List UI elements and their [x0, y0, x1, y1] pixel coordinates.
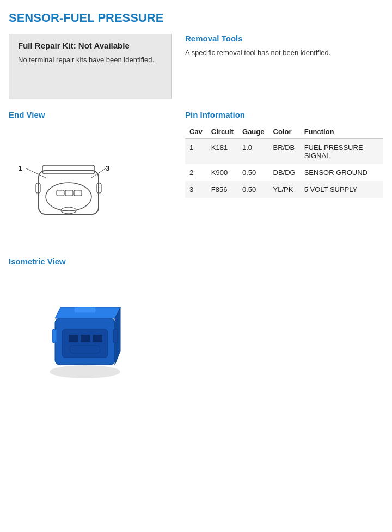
pin-table: Cav Circuit Gauge Color Function 1K1811.…: [185, 125, 383, 198]
svg-rect-22: [52, 329, 57, 343]
cell-circuit: F856: [207, 181, 238, 198]
pin-info-panel: Pin Information Cav Circuit Gauge Color …: [185, 110, 383, 235]
page-title: SENSOR-FUEL PRESSURE: [9, 11, 383, 25]
svg-point-13: [50, 365, 120, 378]
table-row: 3F8560.50YL/PK5 VOLT SUPPLY: [185, 181, 383, 198]
isometric-diagram: [30, 275, 139, 384]
removal-tools-title: Removal Tools: [185, 34, 383, 43]
svg-rect-18: [69, 335, 78, 342]
col-cav: Cav: [185, 125, 207, 139]
cell-function: FUEL PRESSURE SIGNAL: [300, 139, 383, 165]
cell-cav: 2: [185, 164, 207, 181]
svg-rect-5: [42, 165, 95, 174]
svg-rect-23: [113, 329, 118, 343]
isometric-title: Isometric View: [9, 257, 383, 266]
removal-tools-body: A specific removal tool has not been ide…: [185, 47, 383, 58]
svg-point-6: [46, 183, 91, 211]
svg-text:3: 3: [106, 164, 109, 172]
col-circuit: Circuit: [207, 125, 238, 139]
svg-rect-21: [70, 346, 100, 353]
svg-rect-7: [57, 190, 64, 196]
pin-info-title: Pin Information: [185, 110, 383, 119]
removal-tools-section: Removal Tools A specific removal tool ha…: [185, 34, 383, 99]
cell-function: SENSOR GROUND: [300, 164, 383, 181]
repair-kit-box: Full Repair Kit: Not Available No termin…: [9, 34, 172, 99]
svg-rect-4: [39, 171, 99, 214]
svg-rect-20: [93, 335, 102, 342]
cell-color: DB/DG: [269, 164, 300, 181]
cell-circuit: K181: [207, 139, 238, 165]
repair-kit-title: Full Repair Kit: Not Available: [18, 41, 163, 50]
cell-gauge: 0.50: [238, 181, 268, 198]
cell-color: BR/DB: [269, 139, 300, 165]
cell-circuit: K900: [207, 164, 238, 181]
cell-cav: 3: [185, 181, 207, 198]
cell-cav: 1: [185, 139, 207, 165]
cell-color: YL/PK: [269, 181, 300, 198]
svg-rect-8: [65, 190, 73, 196]
col-function: Function: [300, 125, 383, 139]
cell-gauge: 1.0: [238, 139, 268, 165]
cell-gauge: 0.50: [238, 164, 268, 181]
end-view-label: End View: [9, 110, 172, 119]
end-view-panel: End View 1 3: [9, 110, 172, 235]
svg-text:1: 1: [19, 164, 22, 172]
repair-kit-body: No terminal repair kits have been identi…: [18, 56, 163, 64]
svg-rect-19: [81, 335, 90, 342]
table-row: 2K9000.50DB/DGSENSOR GROUND: [185, 164, 383, 181]
col-gauge: Gauge: [238, 125, 268, 139]
svg-rect-24: [74, 307, 96, 313]
isometric-section: Isometric View: [9, 257, 383, 384]
svg-rect-9: [74, 190, 82, 196]
end-view-diagram: 1 3: [9, 126, 139, 235]
col-color: Color: [269, 125, 300, 139]
table-row: 1K1811.0BR/DBFUEL PRESSURE SIGNAL: [185, 139, 383, 165]
cell-function: 5 VOLT SUPPLY: [300, 181, 383, 198]
